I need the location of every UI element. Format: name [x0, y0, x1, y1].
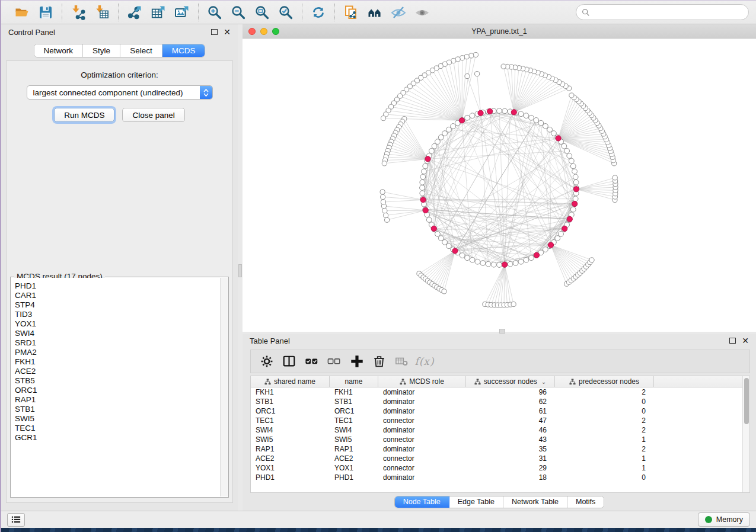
export-table-icon[interactable] [148, 3, 168, 22]
mcds-result-item[interactable]: STB5 [15, 376, 220, 386]
network-dominator-node[interactable] [567, 216, 572, 222]
network-dominator-node[interactable] [562, 226, 567, 231]
export-image-icon[interactable] [172, 3, 192, 22]
tab-network-table[interactable]: Network Table [503, 496, 567, 508]
close-icon[interactable]: ✕ [224, 29, 231, 35]
network-node[interactable] [529, 115, 534, 120]
import-network-icon[interactable] [68, 3, 88, 22]
split-panel-icon[interactable] [279, 352, 299, 370]
mcds-result-item[interactable]: ORC1 [15, 386, 220, 395]
mcds-result-item[interactable]: RAP1 [15, 395, 220, 405]
network-satellite-node[interactable] [383, 213, 388, 217]
first-neighbors-icon[interactable] [365, 3, 385, 22]
network-node[interactable] [491, 262, 496, 267]
tab-select[interactable]: Select [120, 44, 162, 57]
network-node[interactable] [547, 127, 553, 132]
network-node[interactable] [573, 180, 579, 185]
mcds-result-item[interactable]: TID3 [15, 310, 220, 319]
network-node[interactable] [570, 207, 576, 212]
network-node[interactable] [570, 164, 576, 169]
network-node[interactable] [518, 259, 524, 264]
network-dominator-node[interactable] [452, 248, 458, 254]
network-node[interactable] [420, 174, 426, 180]
table-row[interactable]: SWI5SWI5connector431 [251, 435, 742, 444]
network-node[interactable] [465, 255, 470, 261]
network-dominator-node[interactable] [556, 136, 561, 141]
table-scrollbar[interactable] [742, 376, 749, 492]
splitter-grip[interactable] [499, 329, 505, 334]
mcds-result-item[interactable]: GCR1 [15, 433, 220, 443]
network-satellite-node[interactable] [385, 217, 390, 222]
tab-edge-table[interactable]: Edge Table [449, 496, 503, 508]
network-node[interactable] [429, 148, 435, 153]
network-node[interactable] [446, 243, 451, 249]
network-satellite-node[interactable] [382, 161, 387, 166]
tab-network[interactable]: Network [34, 44, 84, 57]
network-node[interactable] [518, 111, 524, 117]
hide-selected-icon[interactable] [388, 3, 409, 22]
run-mcds-button[interactable]: Run MCDS [54, 108, 114, 122]
network-node[interactable] [573, 174, 578, 180]
network-node[interactable] [446, 127, 451, 132]
network-satellite-node[interactable] [380, 190, 385, 194]
mcds-result-item[interactable]: SWI5 [15, 414, 220, 424]
delete-column-icon[interactable] [369, 352, 390, 370]
network-satellite-node[interactable] [569, 93, 574, 98]
scrollbar-thumb[interactable] [744, 378, 749, 424]
add-column-icon[interactable] [347, 352, 367, 370]
network-node[interactable] [564, 148, 570, 153]
network-node[interactable] [573, 196, 578, 201]
network-node[interactable] [470, 113, 475, 118]
settings-icon[interactable] [257, 352, 277, 370]
network-satellite-node[interactable] [613, 175, 617, 180]
network-node[interactable] [420, 191, 425, 196]
vertical-splitter[interactable] [238, 24, 243, 511]
column-header-predecessor-nodes[interactable]: predecessor nodes [555, 376, 654, 387]
network-satellite-node[interactable] [465, 73, 470, 78]
search-input[interactable] [594, 7, 743, 18]
mcds-result-item[interactable]: FKH1 [15, 357, 220, 367]
network-node[interactable] [442, 131, 448, 136]
close-icon[interactable]: ✕ [742, 338, 749, 344]
network-node[interactable] [551, 131, 557, 136]
network-node[interactable] [465, 115, 470, 120]
mcds-result-item[interactable]: TEC1 [15, 424, 220, 433]
tab-node-table[interactable]: Node Table [395, 496, 449, 508]
network-node[interactable] [543, 124, 548, 129]
network-node[interactable] [451, 124, 456, 129]
column-header-successor-nodes[interactable]: successor nodes⌄ [466, 376, 555, 387]
network-node[interactable] [502, 108, 508, 114]
network-satellite-node[interactable] [511, 302, 516, 306]
network-node[interactable] [432, 143, 437, 149]
mcds-result-item[interactable]: SWI4 [15, 329, 220, 338]
network-node[interactable] [470, 257, 475, 262]
mcds-result-item[interactable]: CAR1 [15, 291, 220, 300]
network-satellite-node[interactable] [460, 56, 465, 60]
table-row[interactable]: STB1STB1dominator620 [251, 397, 742, 406]
network-dominator-node[interactable] [548, 242, 553, 248]
zoom-fit-icon[interactable] [252, 3, 272, 22]
table-row[interactable]: SWI4SWI4dominator462 [251, 425, 742, 435]
network-dominator-node[interactable] [431, 226, 436, 231]
open-session-icon[interactable] [12, 3, 32, 22]
search-field[interactable] [576, 4, 749, 20]
mcds-result-item[interactable]: ACE2 [15, 367, 220, 376]
table-row[interactable]: TEC1TEC1connector472 [251, 416, 742, 425]
network-dominator-node[interactable] [478, 110, 483, 116]
refresh-view-icon[interactable] [308, 3, 328, 22]
mcds-result-item[interactable]: YOX1 [15, 319, 220, 329]
mcds-result-item[interactable]: STP4 [15, 300, 220, 310]
network-canvas[interactable] [243, 39, 756, 332]
network-node[interactable] [508, 261, 513, 267]
zoom-out-icon[interactable] [228, 3, 248, 22]
close-panel-button[interactable]: Close panel [122, 108, 184, 122]
network-satellite-node[interactable] [442, 289, 446, 294]
network-node[interactable] [486, 261, 491, 267]
network-dominator-node[interactable] [487, 108, 493, 114]
network-node[interactable] [435, 139, 441, 145]
network-satellite-node[interactable] [381, 194, 385, 199]
deselect-all-icon[interactable] [324, 352, 344, 370]
network-dominator-node[interactable] [459, 118, 464, 123]
network-dominator-node[interactable] [423, 207, 428, 213]
select-all-icon[interactable] [302, 352, 322, 370]
